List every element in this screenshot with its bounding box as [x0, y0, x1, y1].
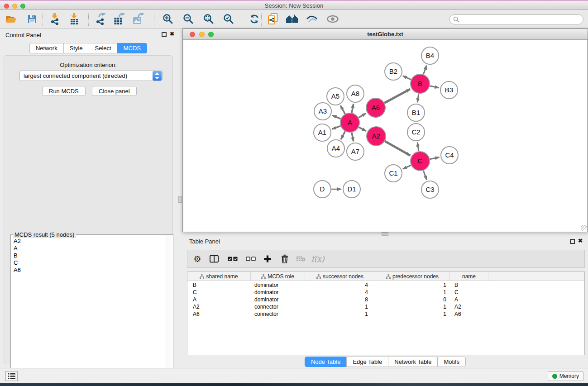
network-edge-C-C2[interactable] [417, 143, 419, 151]
column-header-MCDS-role[interactable]: MCDS role [251, 272, 305, 281]
network-node-B[interactable]: B [411, 74, 430, 93]
table-cell[interactable]: 0 [375, 296, 450, 303]
network-node-A6[interactable]: A6 [366, 98, 385, 117]
network-edge-B-B3[interactable] [430, 86, 439, 88]
table-cell[interactable]: 1 [375, 281, 450, 289]
table-cell[interactable]: connector [251, 310, 305, 318]
table-cell[interactable]: C [187, 289, 251, 296]
float-table-panel-icon[interactable] [570, 239, 575, 244]
network-node-B4[interactable]: B4 [421, 47, 439, 64]
select-all-checkboxes-icon[interactable] [228, 257, 238, 261]
network-edge-A-A8[interactable] [352, 104, 354, 113]
tab-style[interactable]: Style [63, 43, 89, 53]
zoom-selected-icon[interactable] [223, 14, 234, 24]
network-node-D[interactable]: D [314, 181, 331, 198]
network-node-A8[interactable]: A8 [347, 85, 364, 102]
table-cell[interactable]: A [450, 296, 488, 303]
tab-mcds[interactable]: MCDS [117, 43, 147, 53]
network-node-C4[interactable]: C4 [441, 147, 458, 164]
network-edge-A2-C[interactable] [385, 141, 410, 156]
network-node-B2[interactable]: B2 [385, 63, 402, 80]
save-session-icon[interactable] [28, 14, 37, 24]
table-cell[interactable]: connector [251, 303, 305, 310]
table-cell[interactable]: 1 [375, 289, 450, 296]
network-node-A3[interactable]: A3 [314, 103, 331, 120]
network-edge-A-A5[interactable] [340, 105, 345, 114]
network-edge-B-B4[interactable] [423, 66, 426, 75]
deselect-all-checkboxes-icon[interactable] [246, 257, 256, 261]
table-cell[interactable]: 4 [305, 289, 375, 296]
network-node-D1[interactable]: D1 [343, 181, 360, 198]
network-node-A[interactable]: A [340, 113, 359, 132]
mcds-result-item[interactable]: A6 [12, 267, 165, 274]
table-cell[interactable]: 1 [305, 310, 375, 318]
export-table-icon[interactable] [114, 13, 125, 25]
refresh-icon[interactable] [249, 14, 259, 24]
table-cell[interactable]: A2 [187, 303, 251, 310]
close-panel-icon[interactable]: ✖ [170, 31, 174, 37]
tab-select[interactable]: Select [89, 43, 117, 53]
network-edge-A-A1[interactable] [332, 126, 341, 129]
table-cell[interactable]: 1 [375, 303, 450, 310]
gear-icon[interactable]: ⚙ [193, 255, 201, 263]
hide-selected-icon[interactable] [306, 15, 317, 23]
open-session-icon[interactable] [6, 14, 17, 24]
network-edge-A-A4[interactable] [341, 131, 345, 139]
table-row[interactable]: A2connector11A2 [187, 303, 584, 310]
table-cell[interactable]: 8 [305, 296, 375, 303]
task-history-button[interactable] [5, 371, 18, 381]
network-node-B3[interactable]: B3 [440, 81, 458, 99]
table-row[interactable]: A6connector11A6 [187, 310, 584, 318]
float-panel-icon[interactable] [162, 32, 167, 37]
network-node-A7[interactable]: A7 [347, 143, 364, 160]
close-table-panel-icon[interactable]: ✖ [578, 238, 583, 244]
table-cell[interactable]: A [187, 296, 251, 303]
tab-node-table[interactable]: Node Table [305, 357, 347, 367]
zoom-in-icon[interactable] [163, 14, 173, 24]
column-header-predecessor-nodes[interactable]: predecessor nodes [375, 272, 450, 281]
mcds-result-item[interactable]: A [12, 245, 165, 252]
import-table-icon[interactable] [70, 13, 79, 25]
table-cell[interactable]: 4 [305, 281, 375, 289]
export-network-icon[interactable] [96, 13, 106, 25]
memory-button[interactable]: Memory [548, 371, 583, 381]
table-cell[interactable]: B [450, 281, 488, 289]
mcds-result-item[interactable]: B [12, 252, 165, 259]
copy-network-icon[interactable] [268, 13, 278, 25]
tab-network[interactable]: Network [29, 43, 63, 53]
network-node-A2[interactable]: A2 [367, 127, 386, 146]
home-layout-icon[interactable] [286, 14, 299, 24]
network-edge-C-C1[interactable] [403, 165, 411, 169]
close-panel-button[interactable]: Close panel [92, 86, 137, 96]
column-header-successor-nodes[interactable]: successor nodes [305, 272, 375, 281]
tab-motifs[interactable]: Motifs [437, 357, 466, 367]
table-cell[interactable]: A2 [450, 303, 488, 310]
table-cell[interactable]: A6 [450, 310, 488, 318]
table-row[interactable]: Cdominator41C [187, 289, 584, 296]
table-cell[interactable]: B [187, 281, 251, 289]
result-scrollbar[interactable] [166, 235, 172, 386]
network-canvas[interactable]: AA1A2A3A4A5A6A7A8BB1B2B3B4CC1C2C3C4DD1 [183, 40, 587, 232]
network-node-B1[interactable]: B1 [407, 104, 425, 121]
network-edge-A-A6[interactable] [359, 114, 366, 118]
column-header-name[interactable]: name [450, 272, 488, 281]
run-mcds-button[interactable]: Run MCDS [42, 86, 86, 96]
table-row[interactable]: Bdominator41B [187, 281, 584, 289]
table-cell[interactable]: A6 [187, 310, 251, 318]
network-window-titlebar[interactable]: testGlobe.txt [183, 29, 588, 40]
mcds-result-item[interactable]: C [12, 259, 165, 267]
mcds-result-item[interactable]: A2 [12, 238, 165, 245]
criterion-dropdown[interactable]: largest connected component (directed) [19, 71, 163, 81]
network-graph[interactable]: AA1A2A3A4A5A6A7A8BB1B2B3B4CC1C2C3C4DD1 [183, 40, 587, 232]
network-node-C[interactable]: C [411, 152, 430, 171]
network-node-A5[interactable]: A5 [327, 88, 344, 105]
tab-edge-table[interactable]: Edge Table [346, 357, 388, 367]
export-image-icon[interactable] [133, 13, 144, 25]
vertical-splitter-handle[interactable] [178, 196, 182, 203]
delete-table-icon[interactable] [296, 256, 306, 262]
zoom-fit-icon[interactable] [203, 14, 214, 24]
network-edge-A-A2[interactable] [359, 127, 366, 131]
network-edge-A-A7[interactable] [352, 133, 354, 142]
table-row[interactable]: Adominator80A [187, 296, 584, 303]
table-cell[interactable]: dominator [251, 281, 305, 289]
